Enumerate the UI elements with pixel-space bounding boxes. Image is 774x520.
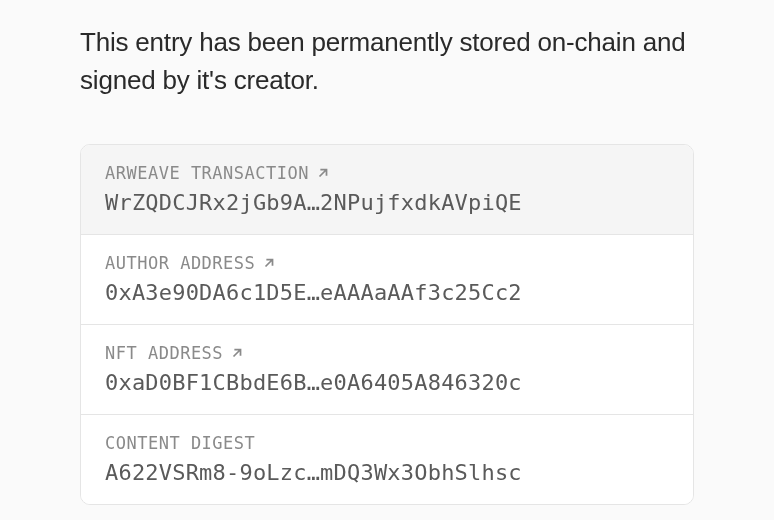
arweave-transaction-row[interactable]: ARWEAVE TRANSACTION WrZQDCJRx2jGb9A…2NPu… xyxy=(81,145,693,235)
author-address-label: AUTHOR ADDRESS xyxy=(105,253,669,273)
nft-address-row[interactable]: NFT ADDRESS 0xaD0BF1CBbdE6B…e0A6405A8463… xyxy=(81,325,693,415)
external-link-icon xyxy=(230,346,244,360)
nft-address-value: 0xaD0BF1CBbdE6B…e0A6405A846320c xyxy=(105,370,669,395)
author-address-row[interactable]: AUTHOR ADDRESS 0xA3e90DA6c1D5E…eAAAaAAf3… xyxy=(81,235,693,325)
content-digest-value: A622VSRm8-9oLzc…mDQ3Wx3ObhSlhsc xyxy=(105,460,669,485)
external-link-icon xyxy=(262,256,276,270)
content-digest-label: CONTENT DIGEST xyxy=(105,433,669,453)
author-address-value: 0xA3e90DA6c1D5E…eAAAaAAf3c25Cc2 xyxy=(105,280,669,305)
content-digest-row: CONTENT DIGEST A622VSRm8-9oLzc…mDQ3Wx3Ob… xyxy=(81,415,693,504)
arweave-transaction-value: WrZQDCJRx2jGb9A…2NPujfxdkAVpiQE xyxy=(105,190,669,215)
entry-description: This entry has been permanently stored o… xyxy=(80,24,694,99)
nft-address-label: NFT ADDRESS xyxy=(105,343,669,363)
label-text: ARWEAVE TRANSACTION xyxy=(105,163,309,183)
arweave-transaction-label: ARWEAVE TRANSACTION xyxy=(105,163,669,183)
external-link-icon xyxy=(316,166,330,180)
label-text: NFT ADDRESS xyxy=(105,343,223,363)
label-text: CONTENT DIGEST xyxy=(105,433,255,453)
label-text: AUTHOR ADDRESS xyxy=(105,253,255,273)
blockchain-info-card: ARWEAVE TRANSACTION WrZQDCJRx2jGb9A…2NPu… xyxy=(80,144,694,505)
